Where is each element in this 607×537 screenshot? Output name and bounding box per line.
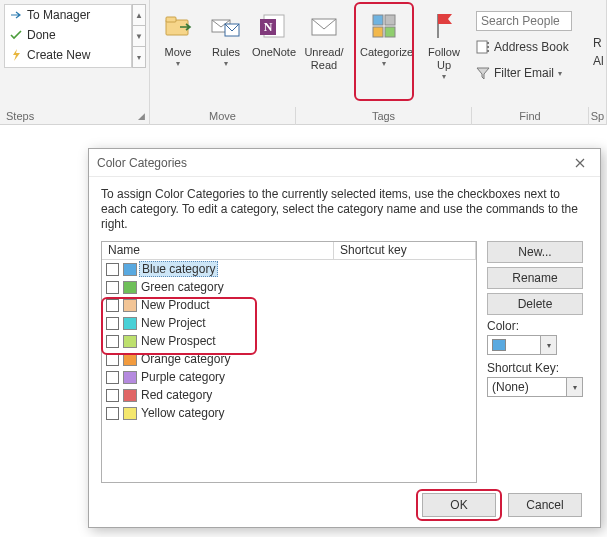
quicksteps-spinner[interactable]: ▲ ▼ ▾ [132, 4, 146, 68]
color-swatch-icon [123, 263, 137, 276]
checkbox[interactable] [106, 317, 119, 330]
unread-read-button[interactable]: Unread/Read [300, 6, 348, 100]
quickstep-label: To Manager [27, 8, 90, 22]
rules-icon [210, 10, 242, 42]
svg-rect-13 [487, 42, 489, 44]
onenote-button[interactable]: N OneNote [250, 6, 298, 100]
onenote-icon: N [258, 10, 290, 42]
close-button[interactable] [568, 153, 592, 173]
svg-rect-12 [477, 41, 487, 53]
scroll-down-icon[interactable]: ▼ [132, 25, 146, 46]
filter-email-button[interactable]: Filter Email ▾ [476, 62, 588, 84]
category-row[interactable]: New Product [102, 296, 476, 314]
checkbox[interactable] [106, 353, 119, 366]
dialog-title: Color Categories [97, 156, 187, 170]
scroll-up-icon[interactable]: ▲ [132, 4, 146, 25]
funnel-icon [476, 66, 490, 80]
categories-list[interactable]: Name Shortcut key Blue categoryGreen cat… [101, 241, 477, 483]
group-label-move: Move [150, 107, 296, 125]
svg-rect-1 [166, 17, 176, 22]
checkbox[interactable] [106, 371, 119, 384]
checkbox[interactable] [106, 263, 119, 276]
color-swatch-icon [123, 407, 137, 420]
lightning-icon [9, 48, 23, 62]
rename-button[interactable]: Rename [487, 267, 583, 289]
header-shortcut[interactable]: Shortcut key [334, 242, 476, 260]
search-people-field[interactable]: Search People [476, 10, 588, 32]
color-swatch-icon [492, 339, 506, 351]
quickstep-item[interactable]: To Manager [5, 5, 131, 25]
quickstep-label: Create New [27, 48, 90, 62]
quickstep-label: Done [27, 28, 56, 42]
expand-icon[interactable]: ▾ [132, 46, 146, 68]
category-label: Orange category [141, 352, 230, 366]
shortcut-combobox[interactable]: (None) ▾ [487, 377, 583, 397]
header-name[interactable]: Name [102, 242, 334, 260]
rules-button[interactable]: Rules ▾ [202, 6, 250, 100]
color-swatch-icon [123, 281, 137, 294]
color-swatch-icon [123, 299, 137, 312]
chevron-down-icon: ▾ [558, 69, 562, 78]
svg-rect-15 [487, 50, 489, 52]
follow-up-button[interactable]: FollowUp ▾ [420, 6, 468, 100]
category-row[interactable]: Yellow category [102, 404, 476, 422]
category-row[interactable]: Blue category [102, 260, 476, 278]
category-label: Blue category [139, 261, 218, 277]
group-speech-partial: R Al [589, 0, 607, 107]
category-row[interactable]: New Project [102, 314, 476, 332]
category-label: New Prospect [141, 334, 216, 348]
category-label: New Product [141, 298, 210, 312]
new-button[interactable]: New... [487, 241, 583, 263]
checkbox[interactable] [106, 335, 119, 348]
checkbox[interactable] [106, 281, 119, 294]
color-swatch-icon [123, 389, 137, 402]
color-categories-dialog: Color Categories To assign Color Categor… [88, 148, 601, 528]
svg-rect-14 [487, 46, 489, 48]
move-folder-icon [162, 10, 194, 42]
move-button[interactable]: Move ▾ [154, 6, 202, 100]
color-combobox[interactable]: ▾ [487, 335, 557, 355]
chevron-down-icon[interactable]: ▾ [566, 378, 582, 396]
chevron-down-icon[interactable]: ▾ [540, 336, 556, 354]
list-header: Name Shortcut key [102, 242, 476, 260]
category-row[interactable]: New Prospect [102, 332, 476, 350]
chevron-down-icon: ▾ [420, 72, 468, 81]
color-label: Color: [487, 319, 519, 333]
envelope-icon [308, 10, 340, 42]
dialog-titlebar[interactable]: Color Categories [89, 149, 600, 177]
group-label-find: Find [472, 107, 589, 125]
cancel-button[interactable]: Cancel [508, 493, 582, 517]
svg-text:N: N [264, 20, 273, 34]
quickstep-item[interactable]: Done [5, 25, 131, 45]
address-book-icon [476, 40, 490, 54]
color-swatch-icon [123, 335, 137, 348]
checkbox[interactable] [106, 389, 119, 402]
chevron-down-icon: ▾ [202, 59, 250, 68]
category-label: Red category [141, 388, 212, 402]
close-icon [575, 158, 585, 168]
chevron-down-icon: ▾ [154, 59, 202, 68]
checkbox[interactable] [106, 299, 119, 312]
group-label-tags: Tags [296, 107, 472, 125]
category-label: Green category [141, 280, 224, 294]
group-label-steps: Steps ◢ [0, 107, 150, 125]
delete-button[interactable]: Delete [487, 293, 583, 315]
annotation-highlight [354, 2, 414, 101]
category-row[interactable]: Orange category [102, 350, 476, 368]
checkbox[interactable] [106, 407, 119, 420]
quickstep-item[interactable]: Create New [5, 45, 131, 65]
shortcut-label: Shortcut Key: [487, 361, 559, 375]
group-steps: To Manager Done Create New ▲ ▼ ▾ [0, 0, 150, 107]
category-label: New Project [141, 316, 206, 330]
flag-icon [428, 10, 460, 42]
dialog-launcher-icon[interactable]: ◢ [138, 111, 145, 121]
dialog-instruction: To assign Color Categories to the curren… [89, 177, 600, 240]
category-label: Purple category [141, 370, 225, 384]
category-row[interactable]: Purple category [102, 368, 476, 386]
category-row[interactable]: Green category [102, 278, 476, 296]
category-row[interactable]: Red category [102, 386, 476, 404]
quicksteps-gallery[interactable]: To Manager Done Create New [4, 4, 132, 68]
color-swatch-icon [123, 317, 137, 330]
address-book-button[interactable]: Address Book [476, 36, 588, 58]
ok-button[interactable]: OK [422, 493, 496, 517]
